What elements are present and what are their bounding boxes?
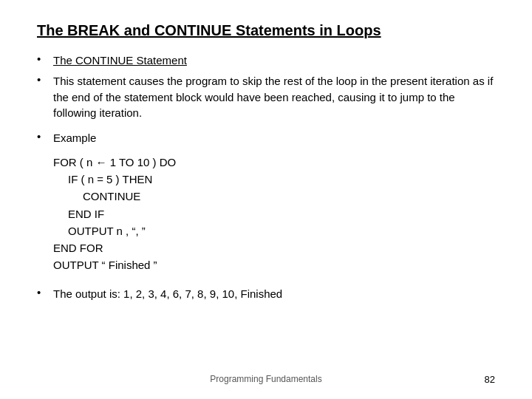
- slide-title: The BREAK and CONTINUE Statements in Loo…: [37, 22, 495, 39]
- code-line-1: FOR ( n ← 1 TO 10 ) DO: [53, 154, 495, 171]
- bullet-text-output: The output is: 1, 2, 3, 4, 6, 7, 8, 9, 1…: [53, 286, 282, 302]
- code-line-3: CONTINUE: [83, 188, 495, 205]
- code-line-4: END IF: [68, 205, 495, 222]
- bullet-1: • The CONTINUE Statement: [37, 52, 495, 69]
- slide-footer: Programming Fundamentals 82: [37, 366, 495, 384]
- bullet-3: • Example: [37, 130, 495, 146]
- bullet-output: • The output is: 1, 2, 3, 4, 6, 7, 8, 9,…: [37, 286, 495, 302]
- bullet-icon-1: •: [37, 52, 53, 65]
- bullet-2: • This statement causes the program to s…: [37, 73, 495, 121]
- slide-content: • The CONTINUE Statement • This statemen…: [37, 52, 495, 366]
- code-line-6: END FOR: [53, 239, 495, 256]
- footer-page-number: 82: [485, 374, 495, 385]
- bullet-icon-output: •: [37, 286, 53, 299]
- code-line-5: OUTPUT n , “, ”: [68, 222, 495, 239]
- bullet-text-1: The CONTINUE Statement: [53, 52, 187, 69]
- bullet-icon-2: •: [37, 73, 53, 86]
- slide: The BREAK and CONTINUE Statements in Loo…: [0, 0, 532, 399]
- footer-center-text: Programming Fundamentals: [210, 374, 321, 384]
- bullet-text-3: Example: [53, 130, 96, 146]
- bullet-icon-3: •: [37, 130, 53, 143]
- code-line-2: IF ( n = 5 ) THEN: [68, 171, 495, 188]
- bullet-text-2: This statement causes the program to ski…: [53, 73, 495, 121]
- code-line-7: OUTPUT “ Finished ”: [53, 256, 495, 273]
- code-block: FOR ( n ← 1 TO 10 ) DO IF ( n = 5 ) THEN…: [53, 154, 495, 274]
